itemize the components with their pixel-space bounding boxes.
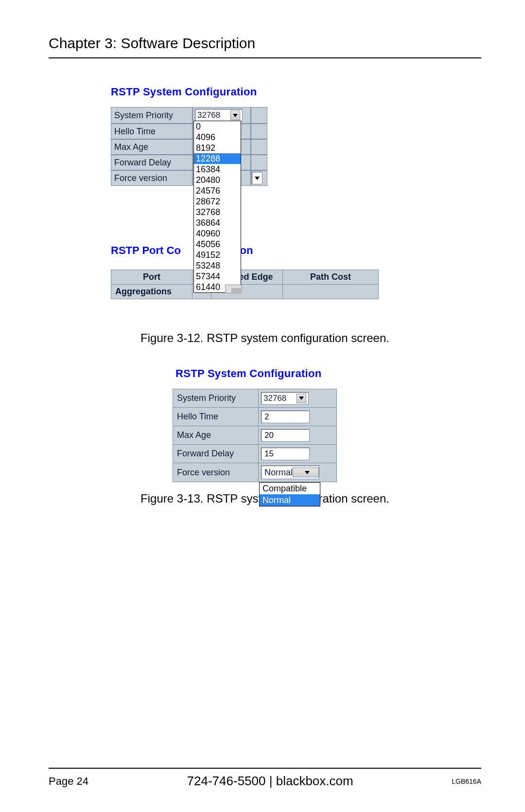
spacer-cell <box>251 107 267 124</box>
system-priority-dropdown-list[interactable]: 0409681921228816384204802457628672327683… <box>193 121 241 293</box>
priority-option[interactable]: 45056 <box>194 239 241 250</box>
port-header-port: Port <box>111 270 192 285</box>
priority-option[interactable]: 36864 <box>194 217 241 228</box>
priority-option[interactable]: 12288 <box>194 153 241 164</box>
priority-option[interactable]: 32768 <box>194 207 241 217</box>
hello-time-input[interactable] <box>261 411 310 423</box>
chevron-down-icon[interactable] <box>230 110 240 120</box>
spacer-cell <box>251 124 267 139</box>
chevron-down-icon[interactable] <box>293 468 319 477</box>
port-cell <box>283 285 379 299</box>
max-age-label: Max Age <box>173 426 259 445</box>
chevron-down-icon <box>253 174 262 182</box>
hello-time-label: Hello Time <box>173 408 259 426</box>
chapter-heading: Chapter 3: Software Description <box>49 35 481 58</box>
priority-option[interactable]: 8192 <box>194 143 241 153</box>
priority-option[interactable]: 57344 <box>194 271 241 282</box>
rstp-port-title-left: RSTP Port Co <box>111 244 181 256</box>
scrollbar-thumb[interactable] <box>231 288 242 294</box>
priority-option[interactable]: 16384 <box>194 164 241 175</box>
hello-time-label: Hello Time <box>111 124 192 139</box>
forward-delay-label: Forward Delay <box>173 445 259 463</box>
rstp-sys-config-title-2: RSTP System Configuration <box>175 367 357 380</box>
force-option-compatible[interactable]: Compatible <box>260 483 320 494</box>
dropdown-scrollbar[interactable] <box>225 285 242 293</box>
rstp-port-table: Port F nabled Edge Path Cost Aggregation… <box>111 270 379 299</box>
system-priority-label: System Priority <box>173 389 259 408</box>
force-option-normal[interactable]: Normal <box>260 494 320 506</box>
max-age-label: Max Age <box>111 139 192 155</box>
figure-3-12: RSTP System Configuration System Priorit… <box>111 86 383 317</box>
chevron-down-icon[interactable] <box>297 394 306 403</box>
forward-delay-label: Forward Delay <box>111 155 192 170</box>
priority-option[interactable]: 49152 <box>194 250 241 260</box>
spacer-cell <box>251 155 267 170</box>
footer-code: LGB616A <box>452 777 481 785</box>
rstp-system-table-2: System Priority 32768 Hello Time Max Age… <box>173 389 337 482</box>
system-priority-label: System Priority <box>111 107 192 124</box>
rstp-sys-config-title: RSTP System Configuration <box>111 86 383 98</box>
system-priority-select[interactable]: 32768 <box>261 392 309 405</box>
page-number: Page 24 <box>49 775 88 788</box>
priority-option[interactable]: 0 <box>194 121 241 132</box>
max-age-input[interactable] <box>261 429 310 442</box>
system-priority-value: 32768 <box>263 394 286 403</box>
force-version-label: Force version <box>173 463 259 482</box>
priority-option[interactable]: 24576 <box>194 185 241 196</box>
spacer-cell <box>251 139 267 155</box>
force-version-value: Normal <box>262 468 293 478</box>
page-footer: Page 24 724-746-5500 | blackbox.com LGB6… <box>0 768 525 789</box>
force-version-dropdown-list[interactable]: Compatible Normal <box>259 482 320 506</box>
port-row-aggregations: Aggregations <box>111 285 192 299</box>
priority-option[interactable]: 28672 <box>194 196 241 207</box>
priority-option[interactable]: 53248 <box>194 260 241 271</box>
force-version-select[interactable]: Normal <box>261 466 319 479</box>
priority-option[interactable]: 20480 <box>194 175 241 185</box>
force-version-select-arrow[interactable] <box>252 172 262 184</box>
rstp-system-table: System Priority 32768 Hello Time Max Age <box>111 107 267 186</box>
footer-center: 724-746-5500 | blackbox.com <box>88 774 452 789</box>
system-priority-value: 32768 <box>197 110 220 120</box>
force-version-label: Force version <box>111 170 192 186</box>
priority-option[interactable]: 40960 <box>194 228 241 239</box>
forward-delay-input[interactable] <box>261 448 310 460</box>
priority-option[interactable]: 4096 <box>194 132 241 143</box>
figure-3-12-caption: Figure 3-12. RSTP system configuration s… <box>49 331 481 345</box>
port-header-cost: Path Cost <box>283 270 379 285</box>
system-priority-select[interactable]: 32768 <box>195 109 243 122</box>
figure-3-13: RSTP System Configuration System Priorit… <box>173 367 357 482</box>
force-version-arrow-cell <box>251 170 267 186</box>
